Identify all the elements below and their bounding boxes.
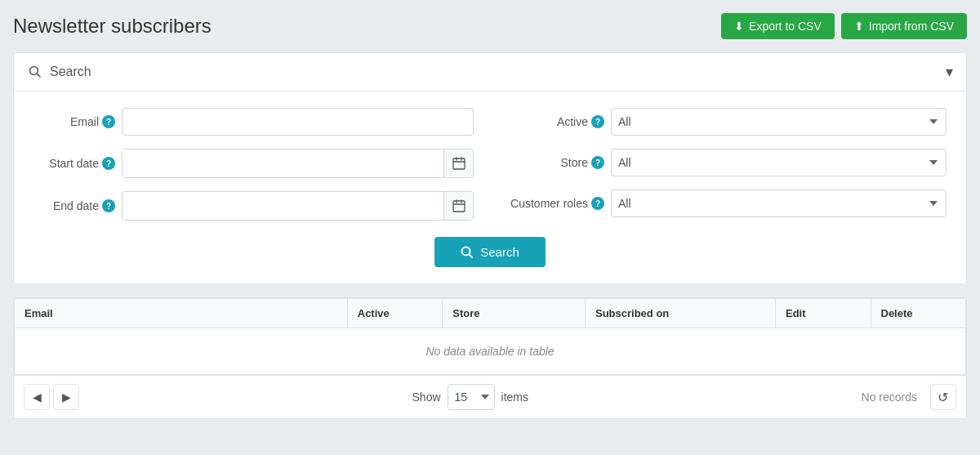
start-date-calendar-button[interactable] [443,149,473,177]
search-panel-title: Search [27,64,91,80]
export-btn-label: Export to CSV [749,20,822,33]
customer-roles-row: Customer roles ? All [506,190,947,217]
end-date-calendar-button[interactable] [443,192,473,220]
search-panel-body: Email ? Start date ? [14,91,966,283]
active-select[interactable]: All Active Inactive [611,108,947,136]
col-delete: Delete [871,299,966,328]
table-head: Email Active Store Subscribed on Edit [15,299,966,328]
store-label: Store ? [506,156,604,169]
import-csv-button[interactable]: ⬆ Import from CSV [841,13,967,39]
active-help-icon[interactable]: ? [591,115,604,128]
svg-rect-2 [453,158,465,169]
table-body: No data available in table [15,328,966,375]
right-fields: Active ? All Active Inactive Store [506,108,947,221]
search-form: Email ? Start date ? [33,108,947,221]
pagination-controls: ◀ ▶ [24,384,79,410]
col-subscribed-on: Subscribed on [586,299,776,328]
show-label: Show [412,390,441,404]
no-data-row: No data available in table [15,328,966,375]
search-panel-toggle[interactable]: Search ▾ [14,53,966,91]
customer-roles-label: Customer roles ? [506,197,604,210]
no-records-text: No records [862,390,917,404]
email-row: Email ? [33,108,474,136]
start-date-wrapper [122,149,474,178]
next-icon: ▶ [62,390,71,404]
page-title: Newsletter subscribers [13,15,212,38]
svg-line-11 [470,254,473,257]
table-header-row: Email Active Store Subscribed on Edit [15,299,966,328]
search-button-label: Search [480,245,519,259]
download-icon: ⬇ [734,20,744,33]
search-button[interactable]: Search [434,237,546,267]
email-help-icon[interactable]: ? [102,115,115,128]
data-table: Email Active Store Subscribed on Edit [14,298,966,375]
search-label: Search [50,65,91,79]
no-data-cell: No data available in table [15,328,966,375]
right-footer: No records ↺ [862,384,956,410]
start-date-label: Start date ? [33,157,115,170]
email-label: Email ? [33,115,115,128]
store-help-icon[interactable]: ? [591,156,604,169]
active-label: Active ? [506,115,604,128]
end-date-row: End date ? [33,191,474,221]
items-label: items [501,390,528,404]
header-buttons: ⬇ Export to CSV ⬆ Import from CSV [721,13,967,39]
svg-line-1 [38,74,41,78]
table-panel: Email Active Store Subscribed on Edit [13,297,967,419]
export-csv-button[interactable]: ⬇ Export to CSV [721,13,835,39]
store-row: Store ? All [506,149,947,176]
col-active: Active [347,299,443,328]
search-icon [27,64,43,80]
col-store: Store [443,299,586,328]
next-page-button[interactable]: ▶ [53,384,79,410]
end-date-label: End date ? [33,199,115,212]
start-date-input[interactable] [122,149,443,177]
items-per-page-select[interactable]: 15 25 50 100 [448,384,495,410]
start-date-help-icon[interactable]: ? [102,157,115,170]
active-row: Active ? All Active Inactive [506,108,947,136]
customer-roles-select[interactable]: All [611,190,947,217]
refresh-icon: ↺ [938,390,948,405]
left-fields: Email ? Start date ? [33,108,474,221]
end-date-wrapper [122,191,474,221]
email-input[interactable] [122,108,474,136]
search-panel: Search ▾ Email ? [13,52,967,284]
store-select[interactable]: All [611,149,947,176]
page-header: Newsletter subscribers ⬇ Export to CSV ⬆… [13,13,967,39]
chevron-down-icon: ▾ [946,63,953,81]
start-date-row: Start date ? [33,149,474,178]
customer-roles-help-icon[interactable]: ? [591,197,604,210]
table-footer: ◀ ▶ Show 15 25 50 100 items No records [14,375,966,418]
show-items-control: Show 15 25 50 100 items [412,384,528,410]
end-date-help-icon[interactable]: ? [102,199,115,212]
end-date-input[interactable] [122,192,443,220]
svg-rect-6 [453,201,465,212]
col-email: Email [15,299,348,328]
search-button-row: Search [33,237,947,267]
upload-icon: ⬆ [854,20,864,33]
col-edit: Edit [776,299,871,328]
prev-page-button[interactable]: ◀ [24,384,50,410]
refresh-button[interactable]: ↺ [930,384,956,410]
prev-icon: ◀ [33,390,42,404]
import-btn-label: Import from CSV [869,20,954,33]
